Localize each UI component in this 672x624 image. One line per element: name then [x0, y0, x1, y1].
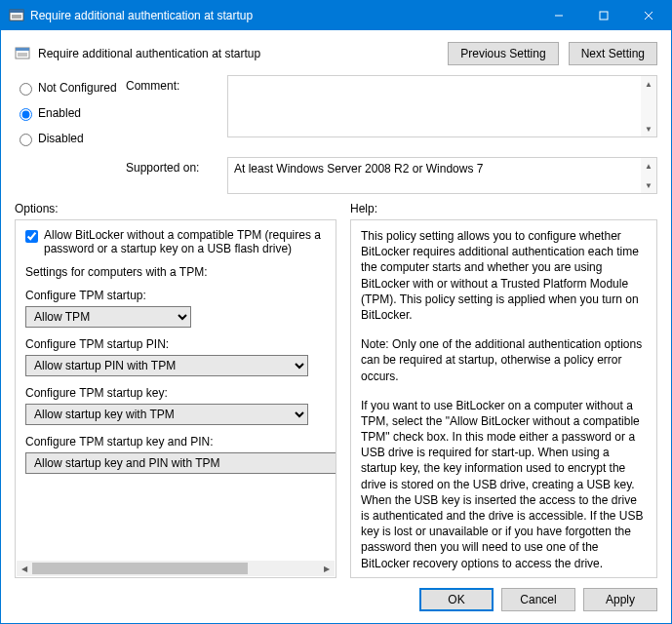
svg-rect-5 [600, 12, 608, 20]
allow-no-tpm-checkbox[interactable] [25, 230, 38, 243]
dialog-footer: OK Cancel Apply [1, 578, 671, 623]
supported-on-field: At least Windows Server 2008 R2 or Windo… [227, 157, 657, 194]
configure-tpm-key-pin-label: Configure TPM startup key and PIN: [25, 435, 326, 448]
state-and-meta: Not Configured Enabled Disabled Comment:… [1, 75, 671, 194]
page-title: Require additional authentication at sta… [38, 47, 438, 60]
svg-rect-1 [10, 10, 23, 13]
titlebar: Require additional authentication at sta… [1, 1, 671, 30]
header-row: Require additional authentication at sta… [1, 30, 671, 71]
configure-tpm-startup-label: Configure TPM startup: [25, 289, 326, 302]
minimize-button[interactable] [536, 1, 581, 30]
next-setting-button[interactable]: Next Setting [569, 42, 657, 65]
configure-tpm-pin-select[interactable]: Allow startup PIN with TPM [25, 355, 308, 376]
configure-tpm-key-pin-select[interactable]: Allow startup key and PIN with TPM [25, 452, 336, 474]
help-paragraph: This policy setting allows you to config… [361, 228, 647, 323]
radio-label: Enabled [38, 106, 81, 120]
options-label: Options: [15, 202, 336, 215]
configure-tpm-startup-select[interactable]: Allow TPM [25, 306, 191, 328]
state-enabled[interactable]: Enabled [15, 100, 122, 126]
previous-setting-button[interactable]: Previous Setting [448, 42, 558, 65]
apply-button[interactable]: Apply [583, 588, 657, 611]
allow-no-tpm-row: Allow BitLocker without a compatible TPM… [25, 228, 326, 255]
comment-textarea[interactable] [227, 75, 657, 137]
help-text[interactable]: This policy setting allows you to config… [351, 220, 656, 577]
policy-icon [15, 46, 30, 61]
help-paragraph: If you want to use BitLocker on a comput… [361, 398, 647, 571]
configure-tpm-key-label: Configure TPM startup key: [25, 386, 326, 400]
ok-button[interactable]: OK [419, 588, 494, 611]
radio-not-configured[interactable] [20, 83, 32, 96]
close-button[interactable] [626, 1, 671, 30]
configure-tpm-key-select[interactable]: Allow startup key with TPM [25, 404, 308, 425]
radio-label: Disabled [38, 132, 84, 145]
radio-label: Not Configured [38, 81, 117, 95]
radio-disabled[interactable] [20, 134, 32, 146]
comment-label: Comment: [126, 75, 223, 151]
help-label: Help: [350, 202, 657, 215]
state-not-configured[interactable]: Not Configured [15, 75, 122, 100]
options-panel: Allow BitLocker without a compatible TPM… [15, 219, 336, 578]
svg-rect-9 [16, 48, 29, 51]
supported-on-label: Supported on: [126, 157, 223, 194]
radio-enabled[interactable] [20, 108, 32, 121]
window-title: Require additional authentication at sta… [30, 9, 536, 22]
help-paragraph: Note: Only one of the additional authent… [361, 336, 647, 384]
policy-editor-window: Require additional authentication at sta… [0, 0, 672, 624]
help-panel: This policy setting allows you to config… [350, 219, 657, 578]
allow-no-tpm-label: Allow BitLocker without a compatible TPM… [44, 228, 326, 255]
panels: Allow BitLocker without a compatible TPM… [1, 217, 671, 578]
state-disabled[interactable]: Disabled [15, 126, 122, 151]
configure-tpm-pin-label: Configure TPM startup PIN: [25, 337, 326, 351]
app-icon [9, 8, 24, 23]
maximize-button[interactable] [581, 1, 626, 30]
cancel-button[interactable]: Cancel [501, 588, 575, 611]
tpm-settings-heading: Settings for computers with a TPM: [25, 265, 326, 279]
section-labels: Options: Help: [1, 194, 671, 217]
